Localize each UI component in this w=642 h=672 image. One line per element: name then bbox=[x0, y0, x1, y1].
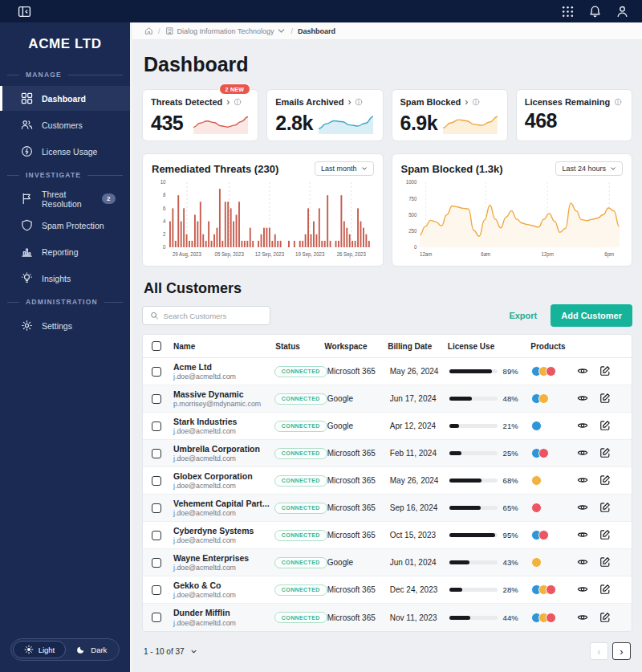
view-customer-button[interactable] bbox=[577, 529, 590, 541]
row-checkbox[interactable] bbox=[152, 367, 161, 377]
svg-text:8: 8 bbox=[163, 192, 166, 198]
sidebar-item-threat-resolution[interactable]: Threat Resolution2 bbox=[0, 186, 130, 211]
search-input[interactable] bbox=[164, 312, 262, 320]
sidebar-item-customers[interactable]: Customers bbox=[0, 112, 130, 137]
workspace-value: Microsoft 365 bbox=[327, 503, 390, 512]
products-cell bbox=[531, 393, 577, 404]
column-header-status: Status bbox=[275, 342, 324, 351]
license-use-cell: 89% bbox=[449, 367, 531, 376]
row-checkbox[interactable] bbox=[152, 422, 161, 431]
prev-page-button[interactable]: ‹ bbox=[590, 642, 608, 660]
view-customer-button[interactable] bbox=[577, 474, 590, 487]
edit-customer-button[interactable] bbox=[599, 447, 612, 459]
sidebar-item-reporting[interactable]: Reporting bbox=[0, 239, 130, 264]
chevron-right-icon[interactable]: › bbox=[226, 97, 230, 107]
row-checkbox[interactable] bbox=[152, 585, 161, 595]
license-use-cell: 44% bbox=[449, 613, 531, 622]
edit-customer-button[interactable] bbox=[599, 393, 612, 405]
user-icon[interactable] bbox=[616, 5, 629, 18]
view-customer-button[interactable] bbox=[577, 556, 590, 568]
view-customer-button[interactable] bbox=[577, 447, 590, 459]
billing-date-value: Apr 12, 2024 bbox=[390, 422, 449, 430]
view-customer-button[interactable] bbox=[577, 502, 590, 514]
collapse-sidebar-icon[interactable] bbox=[18, 5, 31, 18]
row-checkbox[interactable] bbox=[152, 613, 161, 622]
page-info[interactable]: 1 - 10 of 37 bbox=[144, 647, 197, 656]
row-checkbox[interactable] bbox=[152, 558, 161, 568]
sidebar-item-insights[interactable]: Insights bbox=[0, 266, 130, 291]
spam-blocked-line-chart: 12am6am12pm6pm02505007501000 bbox=[401, 178, 624, 259]
export-button[interactable]: Export bbox=[509, 311, 537, 320]
customer-name: Vehement Capital Part... bbox=[173, 499, 274, 510]
customer-name: Globex Corporation bbox=[173, 471, 274, 483]
billing-date-value: Nov 11, 2023 bbox=[390, 613, 449, 622]
spam-blocked-chart-card: Spam Blocked (1.3k) Last 24 hours 12am6a… bbox=[392, 153, 633, 267]
chevron-right-icon[interactable]: › bbox=[347, 97, 351, 107]
view-customer-button[interactable] bbox=[577, 584, 590, 596]
stat-card-label: Emails Archived bbox=[275, 97, 343, 107]
moon-icon bbox=[76, 645, 86, 654]
sidebar-item-license-usage[interactable]: License Usage bbox=[0, 139, 130, 164]
dashboard-icon bbox=[21, 92, 33, 104]
sidebar: ACME LTD MANAGEDashboardCustomersLicense… bbox=[0, 22, 132, 672]
product-dot-orange bbox=[531, 475, 542, 486]
bell-icon[interactable] bbox=[588, 5, 602, 18]
view-customer-button[interactable] bbox=[577, 393, 590, 405]
row-checkbox[interactable] bbox=[152, 476, 161, 486]
row-checkbox[interactable] bbox=[152, 531, 161, 540]
sidebar-item-settings[interactable]: Settings bbox=[0, 313, 130, 338]
next-page-button[interactable]: › bbox=[612, 642, 631, 660]
stat-card-emails-archived: Emails Archived›2.8k bbox=[266, 89, 383, 141]
breadcrumb-separator: / bbox=[291, 27, 293, 35]
status-badge: CONNECTED bbox=[274, 612, 327, 623]
customer-name-cell: Vehement Capital Part...j.doe@acmeltd.co… bbox=[173, 499, 274, 518]
range-selector[interactable]: Last 24 hours bbox=[555, 161, 623, 176]
sidebar-item-spam-protection[interactable]: Spam Protection bbox=[0, 213, 130, 238]
organization-icon bbox=[165, 26, 174, 35]
row-checkbox[interactable] bbox=[152, 449, 161, 458]
edit-customer-button[interactable] bbox=[599, 612, 612, 624]
chevron-down-icon bbox=[277, 26, 286, 35]
edit-customer-button[interactable] bbox=[599, 502, 612, 514]
add-customer-button[interactable]: Add Customer bbox=[551, 304, 632, 327]
table-row: Wayne Enterprisesj.doe@acmeltd.comCONNEC… bbox=[143, 549, 632, 576]
sidebar-item-dashboard[interactable]: Dashboard bbox=[0, 86, 130, 111]
chevron-right-icon[interactable]: › bbox=[465, 97, 468, 107]
svg-text:250: 250 bbox=[408, 228, 417, 234]
license-use-percent: 68% bbox=[503, 476, 518, 485]
sidebar-item-label: Threat Resolution bbox=[42, 189, 93, 209]
column-header-products: Products bbox=[530, 342, 577, 351]
stat-card-label: Licenses Remaining bbox=[525, 97, 610, 107]
chevron-down-icon bbox=[190, 648, 197, 655]
edit-customer-button[interactable] bbox=[599, 365, 612, 377]
view-customer-button[interactable] bbox=[577, 420, 590, 432]
view-customer-button[interactable] bbox=[577, 612, 590, 624]
apps-grid-icon[interactable] bbox=[561, 5, 575, 18]
workspace-value: Microsoft 365 bbox=[327, 613, 390, 622]
column-header-billing-date: Billing Date bbox=[388, 342, 448, 351]
workspace-value: Microsoft 365 bbox=[327, 531, 390, 540]
home-icon[interactable] bbox=[144, 26, 153, 35]
select-all-checkbox[interactable] bbox=[152, 341, 161, 351]
theme-light-button[interactable]: Light bbox=[13, 641, 67, 658]
sidebar-item-label: Spam Protection bbox=[42, 221, 104, 230]
edit-customer-button[interactable] bbox=[599, 584, 612, 596]
edit-customer-button[interactable] bbox=[599, 556, 612, 568]
stat-card-threats-detected: 2 NEWThreats Detected›435 bbox=[142, 89, 258, 141]
breadcrumb-org[interactable]: Dialog Information Technology bbox=[165, 26, 286, 35]
view-customer-button[interactable] bbox=[577, 365, 590, 377]
column-header-workspace: Workspace bbox=[324, 342, 388, 351]
range-selector[interactable]: Last month bbox=[315, 161, 374, 176]
edit-customer-button[interactable] bbox=[599, 474, 612, 487]
theme-dark-button[interactable]: Dark bbox=[66, 641, 117, 658]
stat-sparkline bbox=[441, 109, 499, 135]
edit-customer-button[interactable] bbox=[599, 529, 612, 541]
license-progress-bar bbox=[449, 424, 498, 428]
row-checkbox[interactable] bbox=[152, 394, 161, 404]
table-row: Acme Ltdj.doe@acmeltd.comCONNECTEDMicros… bbox=[143, 358, 632, 385]
customer-name: Dunder Mifflin bbox=[173, 608, 274, 619]
row-checkbox[interactable] bbox=[152, 503, 161, 513]
edit-customer-button[interactable] bbox=[599, 420, 612, 432]
chart-title: Remediated Threats (230) bbox=[152, 163, 278, 175]
breadcrumb-current: Dashboard bbox=[298, 27, 335, 35]
